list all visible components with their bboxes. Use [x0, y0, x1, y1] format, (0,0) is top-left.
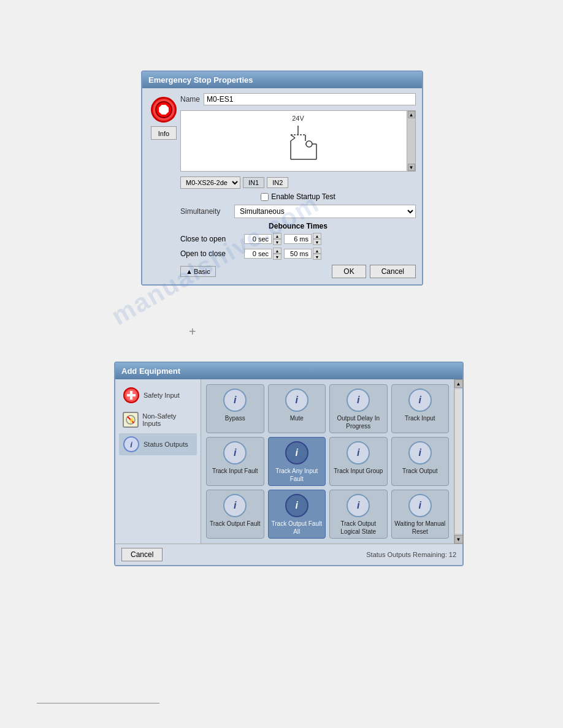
open-to-close-input1[interactable]	[244, 249, 272, 259]
tab-in2[interactable]: IN2	[267, 177, 288, 188]
startup-test-row: Enable Startup Test	[180, 192, 416, 201]
safety-input-img	[123, 387, 139, 403]
ae-item-label-track-output-fault-all: Track Output Fault All	[271, 520, 323, 536]
ae-item-track-any-input-fault[interactable]: iTrack Any Input Fault	[268, 437, 326, 486]
info-i-track-output-fault: i	[234, 500, 236, 511]
close-to-open-spinner2: ▲ ▼	[284, 233, 321, 245]
ae-item-label-output-delay-in-progress: Output Delay In Progress	[332, 414, 385, 430]
spinner-btns-1: ▲ ▼	[273, 233, 282, 245]
ae-item-label-track-output-logical-state: Track Output Logical State	[332, 520, 385, 536]
spinner-down-2[interactable]: ▼	[313, 239, 321, 245]
open-to-close-label: Open to close	[180, 249, 242, 258]
startup-test-label: Enable Startup Test	[271, 192, 335, 201]
page-bottom-line	[37, 703, 159, 703]
status-output-label: Status Outputs	[144, 441, 188, 448]
spinner-down-4[interactable]: ▼	[313, 254, 321, 260]
ae-footer: Cancel Status Outputs Remaining: 12	[115, 544, 462, 565]
ae-item-track-input[interactable]: iTrack Input	[391, 384, 450, 433]
close-to-open-input1[interactable]	[244, 234, 272, 244]
spinner-up-2[interactable]: ▲	[313, 233, 321, 239]
scroll-up[interactable]: ▲	[408, 111, 415, 118]
tab-in1[interactable]: IN1	[243, 177, 264, 188]
info-button[interactable]: Info	[151, 126, 177, 140]
info-i-track-input-group: i	[357, 447, 359, 458]
ae-item-track-input-group[interactable]: iTrack Input Group	[329, 437, 388, 486]
info-i-output-delay-in-progress: i	[357, 395, 359, 406]
spinner-down-1[interactable]: ▼	[273, 239, 282, 245]
svg-point-5	[306, 141, 312, 147]
non-safety-label: Non-Safety Inputs	[142, 412, 193, 427]
ae-item-mute[interactable]: iMute	[268, 384, 326, 433]
spinner-up-4[interactable]: ▲	[313, 248, 321, 254]
model-row: M0-XS26-2de IN1 IN2	[180, 176, 416, 189]
ae-item-track-output-fault[interactable]: iTrack Output Fault	[206, 490, 264, 539]
ae-item-label-track-input-group: Track Input Group	[334, 467, 383, 475]
non-safety-svg: ⚡	[125, 414, 136, 425]
ae-item-label-track-output: Track Output	[402, 467, 437, 475]
sidebar-item-safety-input[interactable]: Safety Input	[119, 384, 197, 406]
ae-item-icon-track-input-fault: i	[223, 441, 247, 464]
sidebar-item-non-safety[interactable]: ⚡ Non-Safety Inputs	[119, 409, 197, 431]
info-i-track-input-fault: i	[234, 447, 236, 458]
debounce-title: Debounce Times	[180, 222, 416, 230]
close-to-open-spinner1: ▲ ▼	[244, 233, 282, 245]
spinner-up-1[interactable]: ▲	[273, 233, 282, 239]
sidebar-item-status-outputs[interactable]: i Status Outputs	[119, 433, 197, 455]
ae-scrollbar[interactable]: ▲ ▼	[454, 379, 462, 544]
emergency-stop-palm	[159, 105, 169, 115]
ae-item-icon-track-output-logical-state: i	[347, 494, 370, 517]
open-to-close-input2[interactable]	[284, 249, 312, 259]
status-output-icon: i	[123, 436, 140, 453]
ae-scroll-down[interactable]: ▼	[454, 535, 463, 544]
ae-item-icon-track-output-fault: i	[223, 494, 247, 517]
emergency-stop-dialog: Emergency Stop Properties Info Name 24V	[141, 70, 423, 286]
dialog-footer: ▲ Basic OK Cancel	[180, 265, 416, 278]
ae-scroll-up[interactable]: ▲	[454, 379, 463, 388]
ae-item-output-delay-in-progress[interactable]: iOutput Delay In Progress	[329, 384, 388, 433]
status-output-img: i	[123, 436, 139, 452]
ae-item-bypass[interactable]: iBypass	[206, 384, 264, 433]
plus-icon: +	[189, 325, 196, 339]
spinner-up-3[interactable]: ▲	[273, 248, 282, 254]
svg-line-1	[291, 138, 295, 141]
safety-input-icon	[123, 387, 140, 404]
debounce-section: Debounce Times Close to open ▲ ▼	[180, 222, 416, 260]
ae-right-panel: iBypassiMuteiOutput Delay In ProgressiTr…	[201, 379, 454, 544]
ae-cancel-button[interactable]: Cancel	[121, 548, 163, 561]
ae-item-track-output-fault-all[interactable]: iTrack Output Fault All	[268, 490, 326, 539]
ae-item-icon-track-any-input-fault: i	[285, 441, 308, 464]
info-i-track-output-logical-state: i	[357, 500, 359, 511]
info-i-bypass: i	[234, 395, 236, 406]
spinner-btns-3: ▲ ▼	[273, 248, 282, 260]
scroll-down[interactable]: ▼	[408, 164, 415, 171]
spinner-down-3[interactable]: ▼	[273, 254, 282, 260]
name-input[interactable]	[204, 93, 416, 105]
cancel-button-es[interactable]: Cancel	[370, 265, 416, 278]
name-row: Name	[180, 93, 416, 105]
info-i-track-output-fault-all: i	[296, 500, 298, 511]
safety-input-label: Safety Input	[144, 392, 180, 399]
info-i-waiting-for-manual-reset: i	[419, 500, 421, 511]
ae-item-track-output[interactable]: iTrack Output	[391, 437, 450, 486]
ae-item-icon-bypass: i	[223, 389, 247, 412]
simultaneity-label: Simultaneity	[180, 207, 229, 216]
startup-test-checkbox[interactable]	[261, 193, 269, 201]
ok-button[interactable]: OK	[332, 265, 366, 278]
ae-item-label-track-any-input-fault: Track Any Input Fault	[271, 467, 323, 483]
close-to-open-input2[interactable]	[284, 234, 312, 244]
ae-item-label-bypass: Bypass	[225, 414, 245, 422]
emergency-stop-icon	[151, 97, 177, 123]
open-to-close-row: Open to close ▲ ▼ ▲ ▼	[180, 248, 416, 260]
diagram-scrollbar[interactable]: ▲ ▼	[407, 111, 415, 171]
model-select[interactable]: M0-XS26-2de	[180, 176, 240, 189]
ae-item-waiting-for-manual-reset[interactable]: iWaiting for Manual Reset	[391, 490, 450, 539]
simultaneity-select[interactable]: Simultaneous	[234, 205, 416, 218]
info-i-track-input: i	[419, 395, 421, 406]
ae-item-label-track-output-fault: Track Output Fault	[210, 520, 260, 528]
ae-scrollbar-thumb	[455, 389, 462, 534]
ae-item-track-input-fault[interactable]: iTrack Input Fault	[206, 437, 264, 486]
diagram-24v-label: 24V	[292, 115, 304, 122]
non-safety-icon-wrapper: ⚡	[123, 411, 139, 428]
basic-button[interactable]: ▲ Basic	[180, 266, 216, 277]
ae-item-track-output-logical-state[interactable]: iTrack Output Logical State	[329, 490, 388, 539]
